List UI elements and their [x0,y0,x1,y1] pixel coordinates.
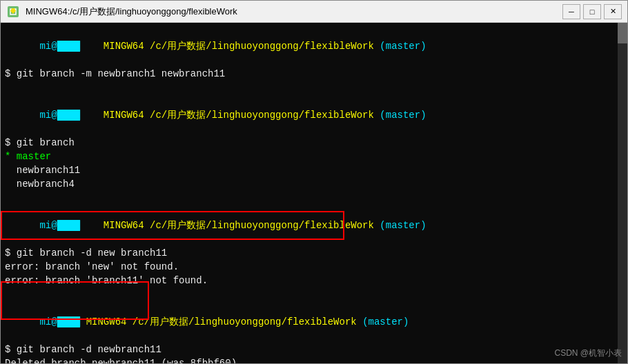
scrollbar-thumb[interactable] [618,23,627,43]
scrollbar[interactable] [618,23,627,363]
title-bar: MINGW64:/c/用户数据/linghuoyonggong/flexible… [1,1,627,23]
prompt-user: mi@ [39,41,57,52]
terminal-line: newbranch11 [5,163,623,177]
terminal-window: MINGW64:/c/用户数据/linghuoyonggong/flexible… [0,0,628,364]
maximize-button[interactable]: □ [583,4,601,19]
terminal-line: mi@████ MINGW64 /c/用户数据/linghuoyonggong/… [5,94,623,136]
prompt-path: MINGW64 /c/用户数据/linghuoyonggong/flexible… [104,41,374,52]
terminal-line: mi@████ MINGW64 /c/用户数据/linghuoyonggong/… [5,26,623,67]
title-bar-controls: ─ □ ✕ [562,4,622,19]
terminal-blank [5,287,623,301]
prompt-masked: ████ [57,41,81,52]
watermark: CSDN @机智小表 [554,347,622,359]
terminal-blank [5,81,623,94]
minimize-button[interactable]: ─ [562,4,580,19]
terminal-delete-command: $ git branch -d newbranch11 [5,343,623,356]
terminal-error-line1: error: branch 'new' not found. [5,260,623,274]
terminal-body[interactable]: mi@████ MINGW64 /c/用户数据/linghuoyonggong/… [1,23,627,363]
prompt-branch: (master) [380,41,426,52]
title-bar-text: MINGW64:/c/用户数据/linghuoyonggong/flexible… [26,6,562,18]
window-icon [6,5,20,19]
terminal-line: $ git branch -d new branch11 [5,246,623,260]
terminal-line: mi@████ MINGW64 /c/用户数据/linghuoyonggong/… [5,301,623,343]
terminal-line: $ git branch [5,136,623,150]
terminal-delete-output: Deleted branch newbranch11 (was 8fbbf60)… [5,356,623,363]
terminal-line: $ git branch -m newbranch1 newbranch11 [5,67,623,81]
terminal-line: * master [5,150,623,163]
terminal-line: mi@████ MINGW64 /c/用户数据/linghuoyonggong/… [5,205,623,246]
terminal-error-line2: error: branch 'branch11' not found. [5,274,623,287]
terminal-blank [5,191,623,205]
close-button[interactable]: ✕ [604,4,622,19]
terminal-line: newbranch4 [5,177,623,191]
